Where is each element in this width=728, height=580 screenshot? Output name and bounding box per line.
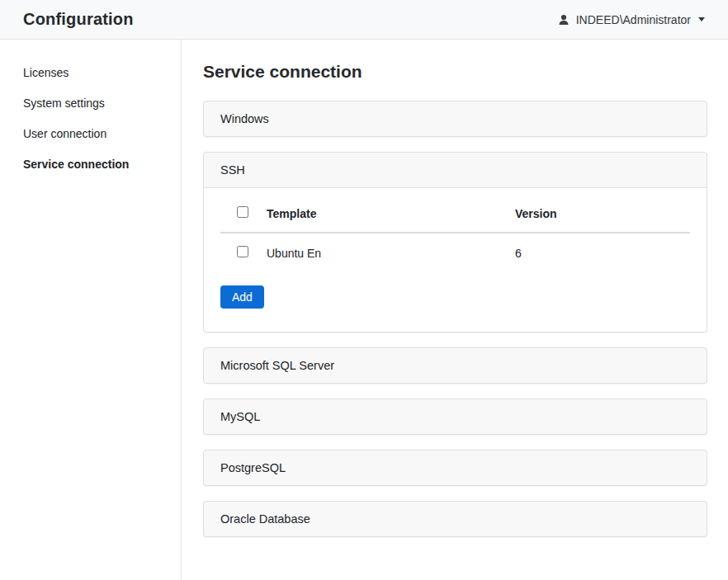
accordion-panel-windows: Windows [203,101,707,137]
caret-down-icon [698,17,705,21]
main-content: Service connection Windows SSH Template … [182,40,728,580]
accordion-panel-oracle: Oracle Database [203,501,707,537]
cell-template: Ubuntu En [260,233,508,272]
panel-header-oracle[interactable]: Oracle Database [204,502,707,536]
sidebar-item-system-settings[interactable]: System settings [0,88,181,119]
table-header-row: Template Version [220,195,690,233]
panel-header-ssh[interactable]: SSH [204,153,707,188]
row-checkbox-cell [220,233,260,272]
sidebar-item-user-connection[interactable]: User connection [0,119,181,149]
sidebar-item-service-connection[interactable]: Service connection [0,149,181,180]
user-name: INDEED\Administrator [576,13,691,26]
accordion-panel-mysql: MySQL [203,398,707,435]
add-button[interactable]: Add [220,285,264,309]
ssh-panel-body: Template Version Ubuntu En 6 [204,188,707,332]
row-checkbox[interactable] [237,246,248,257]
ssh-template-table: Template Version Ubuntu En 6 [220,195,690,272]
user-menu[interactable]: INDEED\Administrator [557,13,705,26]
table-row: Ubuntu En 6 [220,233,690,272]
column-header-template: Template [260,195,508,233]
panel-header-mssql[interactable]: Microsoft SQL Server [204,348,707,383]
cell-version: 6 [508,233,690,272]
accordion-panel-mssql: Microsoft SQL Server [203,347,707,384]
column-header-version: Version [508,195,690,233]
person-icon [557,13,570,26]
panel-header-postgresql[interactable]: PostgreSQL [204,450,707,485]
accordion-panel-ssh: SSH Template Version [203,152,707,332]
page-heading: Service connection [203,62,707,82]
page-title: Configuration [23,10,134,29]
panel-header-mysql[interactable]: MySQL [204,399,707,434]
sidebar: Licenses System settings User connection… [0,40,182,580]
select-all-checkbox[interactable] [237,206,248,218]
panel-header-windows[interactable]: Windows [204,101,707,136]
app-header: Configuration INDEED\Administrator [0,0,728,40]
sidebar-item-licenses[interactable]: Licenses [0,58,181,88]
table-header-checkbox-cell [220,195,260,233]
accordion-panel-postgresql: PostgreSQL [203,450,707,486]
